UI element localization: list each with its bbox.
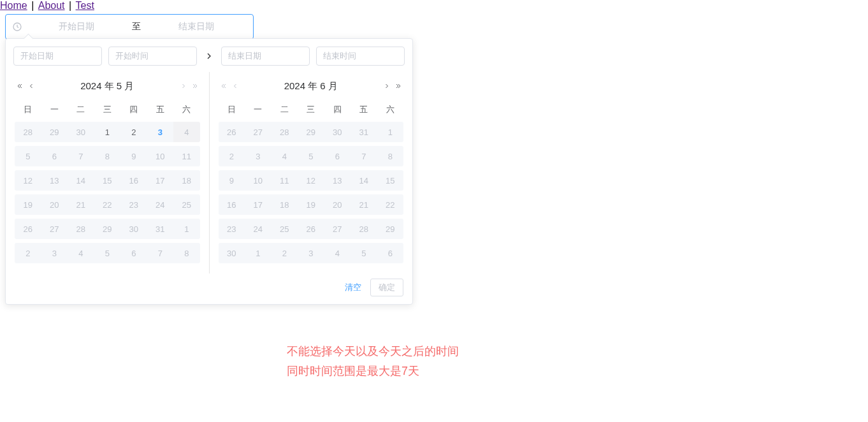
date-range-input[interactable]: 开始日期 至 结束日期 [5,14,254,40]
top-nav: Home | About | Test [0,0,868,13]
nav-sep: | [65,0,76,11]
end-date-placeholder: 结束日期 [146,21,247,33]
clock-icon [12,22,22,32]
nav-about-link[interactable]: About [38,0,65,11]
nav-home-link[interactable]: Home [0,0,27,11]
start-date-placeholder: 开始日期 [26,21,127,33]
date-picker-popover: 开始日期 开始时间 结束日期 结束时间 2024 年 5 月 日一二三四五六 [5,38,413,40]
nav-sep: | [27,0,38,11]
range-separator: 至 [127,21,146,33]
nav-test-link[interactable]: Test [76,0,94,11]
popover-header: 开始日期 开始时间 结束日期 结束时间 [6,39,412,40]
